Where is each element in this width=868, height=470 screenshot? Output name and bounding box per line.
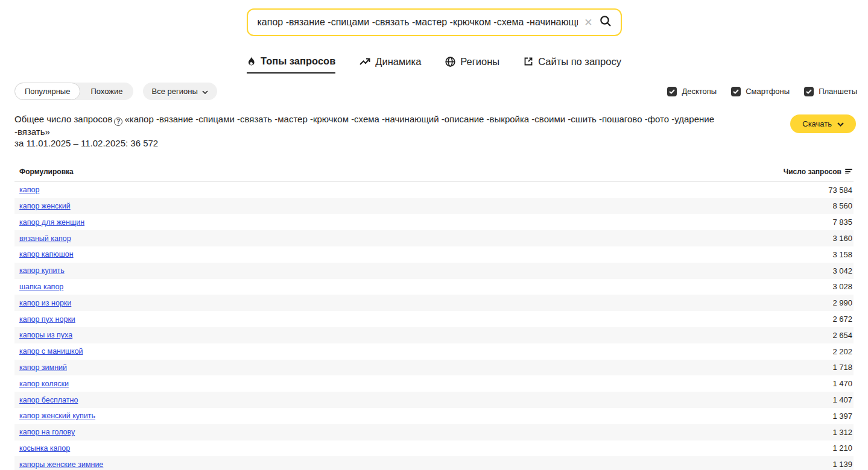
query-link[interactable]: капоры женские зимние: [19, 460, 103, 469]
query-link[interactable]: капор бесплатно: [19, 396, 78, 404]
search-bar: ✕: [0, 0, 868, 36]
search-button[interactable]: [599, 14, 612, 30]
query-link[interactable]: капор женский: [19, 202, 71, 210]
table-row: капор женский 8 560: [14, 198, 854, 215]
table-row: капор женский купить 1 397: [14, 408, 854, 424]
query-link[interactable]: капор: [19, 186, 39, 194]
query-link[interactable]: капор из норки: [19, 299, 71, 307]
query-count: 1 718: [832, 363, 852, 372]
query-count: 1 312: [832, 428, 852, 437]
sort-icon: [845, 169, 852, 174]
query-link[interactable]: капоры из пуха: [19, 331, 72, 339]
tab-label: Регионы: [460, 56, 499, 67]
device-desktops[interactable]: Десктопы: [667, 87, 717, 96]
query-count: 8 560: [832, 201, 852, 210]
query-count: 1 139: [832, 460, 852, 469]
query-count: 3 042: [832, 266, 852, 275]
query-count: 73 584: [828, 186, 852, 195]
tabs: Топы запросов Динамика Регионы Сайты по …: [0, 55, 868, 74]
query-link[interactable]: косынка капор: [19, 444, 70, 453]
table-row: капоры из пуха 2 654: [14, 327, 854, 343]
query-type-switch: Популярные Похожие: [14, 83, 133, 100]
column-count: Число запросов: [784, 168, 841, 176]
query-count: 7 835: [832, 218, 852, 227]
checkbox-checked-icon: [667, 87, 677, 96]
help-icon[interactable]: ?: [114, 118, 122, 126]
table-row: капор коляски 1 470: [14, 375, 854, 392]
queries-table: Формулировка Число запросов капор 73 584…: [14, 164, 854, 470]
query-link[interactable]: капор купить: [19, 266, 65, 275]
checkbox-checked-icon: [804, 87, 814, 96]
chip-similar[interactable]: Похожие: [80, 83, 133, 100]
table-row: капор бесплатно 1 407: [14, 392, 854, 408]
table-row: вязаный капор 3 160: [14, 230, 854, 246]
clear-icon[interactable]: ✕: [578, 17, 598, 28]
query-link[interactable]: капор коляски: [19, 380, 69, 388]
table-row: капор купить 3 042: [14, 263, 854, 279]
chevron-down-icon: [837, 119, 844, 128]
globe-icon: [445, 57, 455, 67]
tab-label: Сайты по запросу: [538, 56, 621, 67]
query-count: 1 210: [832, 443, 852, 453]
summary-section: Общее число запросов?«капор -вязание -сп…: [0, 113, 868, 149]
summary-period: за 11.01.2025 – 11.02.2025: 36 572: [14, 138, 158, 148]
query-link[interactable]: вязаный капор: [19, 234, 71, 243]
search-box: ✕: [247, 8, 622, 36]
search-icon: [599, 14, 612, 30]
query-link[interactable]: капор пух норки: [19, 315, 75, 324]
region-selector[interactable]: Все регионы: [143, 83, 217, 100]
query-link[interactable]: капор на голову: [19, 428, 75, 436]
tab-label: Динамика: [375, 56, 421, 67]
download-button[interactable]: Скачать: [790, 114, 856, 133]
column-phrase: Формулировка: [19, 168, 74, 176]
region-selector-label: Все регионы: [152, 87, 198, 96]
tab-regiony[interactable]: Регионы: [445, 55, 499, 74]
device-label: Смартфоны: [746, 87, 790, 96]
column-count-wrap[interactable]: Число запросов: [784, 168, 852, 176]
query-count: 2 654: [832, 331, 852, 340]
table-row: капор капюшон 3 158: [14, 246, 854, 263]
table-body: капор 73 584 капор женский 8 560 капор д…: [14, 182, 854, 470]
query-link[interactable]: капор для женщин: [19, 218, 84, 227]
query-link[interactable]: капор капюшон: [19, 250, 74, 258]
tab-dinamika[interactable]: Динамика: [360, 55, 421, 74]
query-count: 1 397: [832, 412, 852, 421]
chevron-down-icon: [202, 87, 208, 96]
query-count: 3 028: [832, 282, 852, 291]
table-row: капоры женские зимние 1 139: [14, 456, 854, 470]
summary-text: Общее число запросов?«капор -вязание -сп…: [14, 113, 750, 149]
query-count: 2 990: [832, 298, 852, 307]
external-link-icon: [524, 57, 533, 66]
table-row: капор на голову 1 312: [14, 424, 854, 440]
table-row: капор для женщин 7 835: [14, 214, 854, 230]
query-link[interactable]: капор женский купить: [19, 412, 95, 420]
table-row: шапка капор 3 028: [14, 279, 854, 295]
tab-tops-zaprosov[interactable]: Топы запросов: [247, 55, 335, 74]
query-count: 3 160: [832, 234, 852, 243]
query-count: 1 407: [832, 395, 852, 404]
query-link[interactable]: капор зимний: [19, 363, 67, 372]
chip-popular[interactable]: Популярные: [14, 83, 80, 100]
device-label: Планшеты: [819, 87, 857, 96]
table-row: капор зимний 1 718: [14, 360, 854, 376]
download-label: Скачать: [802, 119, 832, 128]
device-smartphones[interactable]: Смартфоны: [731, 87, 790, 96]
query-count: 2 202: [832, 347, 852, 356]
query-count: 1 470: [832, 379, 852, 388]
table-row: капор 73 584: [14, 182, 854, 198]
tab-sayty-po-zaprosu[interactable]: Сайты по запросу: [524, 55, 621, 74]
query-count: 3 158: [832, 250, 852, 259]
query-link[interactable]: шапка капор: [19, 283, 63, 291]
device-tablets[interactable]: Планшеты: [804, 87, 857, 96]
search-input[interactable]: [258, 17, 578, 28]
query-link[interactable]: капор с манишкой: [19, 347, 83, 356]
table-row: капор из норки 2 990: [14, 295, 854, 311]
table-header: Формулировка Число запросов: [14, 164, 854, 182]
summary-prefix: Общее число запросов: [14, 114, 112, 124]
table-row: капор с манишкой 2 202: [14, 343, 854, 360]
tab-label: Топы запросов: [261, 55, 335, 67]
fire-icon: [247, 56, 256, 66]
query-count: 2 672: [832, 315, 852, 324]
table-row: капор пух норки 2 672: [14, 311, 854, 327]
device-filters: Десктопы Смартфоны Планшеты: [667, 87, 857, 96]
